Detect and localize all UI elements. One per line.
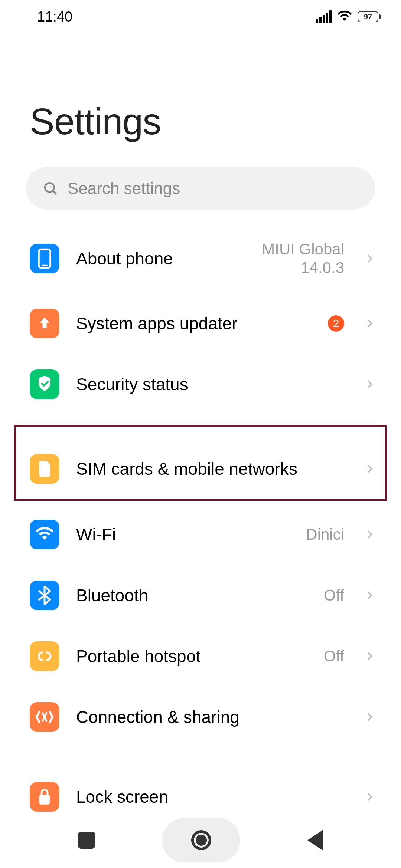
hotspot-icon — [30, 641, 59, 671]
item-label: Lock screen — [76, 787, 348, 807]
chevron-right-icon — [365, 318, 375, 329]
item-value: Off — [324, 647, 344, 665]
chevron-right-icon — [365, 651, 375, 661]
chevron-right-icon — [365, 529, 375, 540]
connection-icon — [30, 702, 59, 732]
chevron-right-icon — [365, 792, 375, 802]
item-label: System apps updater — [76, 313, 311, 333]
phone-icon — [30, 244, 59, 273]
item-system-apps-updater[interactable]: System apps updater 2 — [0, 293, 401, 354]
svg-line-1 — [53, 191, 56, 194]
update-icon — [30, 309, 59, 338]
search-placeholder: Search settings — [68, 179, 180, 198]
page-title: Settings — [30, 100, 371, 143]
header: Settings — [0, 33, 401, 154]
search-icon — [43, 181, 58, 196]
item-label: Wi-Fi — [76, 525, 289, 545]
item-value: Dinici — [306, 526, 344, 543]
item-portable-hotspot[interactable]: Portable hotspot Off — [0, 626, 401, 687]
item-label: Bluetooth — [76, 585, 307, 605]
update-badge: 2 — [328, 315, 344, 332]
item-label: About phone — [76, 249, 245, 269]
svg-point-0 — [45, 183, 54, 192]
item-wifi[interactable]: Wi-Fi Dinici — [0, 504, 401, 565]
wifi-settings-icon — [30, 520, 59, 549]
item-security-status[interactable]: Security status — [0, 354, 401, 415]
status-time: 11:40 — [37, 9, 72, 25]
item-bluetooth[interactable]: Bluetooth Off — [0, 565, 401, 626]
item-label: Connection & sharing — [76, 707, 348, 727]
shield-icon — [30, 369, 59, 399]
status-right: 97 — [316, 9, 381, 24]
navigation-bar — [0, 812, 401, 868]
item-connection-sharing[interactable]: Connection & sharing — [0, 687, 401, 747]
search-input[interactable]: Search settings — [26, 167, 375, 210]
item-label: SIM cards & mobile networks — [76, 459, 348, 479]
lock-icon — [30, 782, 59, 812]
chevron-right-icon — [365, 464, 375, 474]
chevron-right-icon — [365, 712, 375, 722]
battery-icon: 97 — [358, 11, 381, 22]
settings-list: About phone MIUI Global 14.0.3 System ap… — [0, 224, 401, 827]
bluetooth-icon — [30, 581, 59, 610]
chevron-right-icon — [365, 590, 375, 601]
sim-icon — [30, 454, 59, 484]
item-label: Portable hotspot — [76, 646, 307, 666]
item-sim-cards[interactable]: SIM cards & mobile networks — [0, 434, 401, 504]
chevron-right-icon — [365, 379, 375, 389]
item-value: Off — [324, 586, 344, 604]
svg-rect-4 — [39, 795, 50, 805]
item-value: MIUI Global 14.0.3 — [262, 240, 344, 277]
item-label: Security status — [76, 374, 348, 394]
wifi-icon — [338, 9, 352, 24]
divider — [30, 757, 371, 757]
divider — [30, 424, 371, 424]
battery-level: 97 — [358, 11, 378, 22]
nav-back-button[interactable] — [307, 830, 323, 851]
nav-home-button[interactable] — [162, 818, 240, 862]
cellular-signal-icon — [316, 10, 332, 23]
chevron-right-icon — [365, 253, 375, 264]
item-about-phone[interactable]: About phone MIUI Global 14.0.3 — [0, 224, 401, 293]
nav-recent-button[interactable] — [78, 832, 95, 849]
status-bar: 11:40 97 — [0, 0, 401, 33]
